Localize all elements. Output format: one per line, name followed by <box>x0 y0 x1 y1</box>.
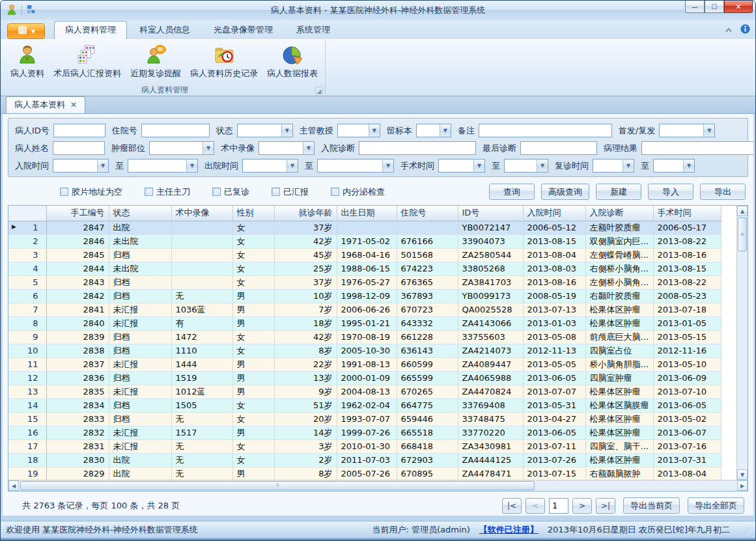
export-all-pages-button[interactable]: 导出全部页 <box>688 497 744 514</box>
table-row[interactable]: 92839归档1472女42岁1970-08-19661228337556032… <box>8 330 721 344</box>
column-header-5[interactable]: 就诊年龄 <box>274 206 337 221</box>
chevron-down-icon[interactable]: ▼ <box>287 160 298 172</box>
table-row[interactable]: 102838归档1110女8岁2005-10-30636143ZA4214073… <box>8 344 721 357</box>
table-row[interactable]: 62842归档无男10岁1998-12-09367893YB0099173200… <box>8 289 721 303</box>
search-input-1-3[interactable] <box>359 141 476 155</box>
checkbox-3[interactable]: 已复诊 <box>212 186 249 198</box>
maximize-button[interactable]: ☐ <box>705 1 724 13</box>
registration-status-link[interactable]: 【软件已注册】 <box>479 524 539 536</box>
application-menu-button[interactable]: ▼ <box>7 23 45 39</box>
chevron-down-icon[interactable]: ▼ <box>186 160 197 172</box>
first-page-button[interactable]: |< <box>502 498 522 514</box>
ribbon-button-2[interactable]: 术后病人汇报资料 <box>49 42 126 84</box>
search-combo-2-6[interactable]: ▼ <box>593 159 634 173</box>
table-row[interactable]: 142834归档1505女51岁1962-02-0466477533769408… <box>8 398 721 412</box>
row-number-cell[interactable]: 8 <box>8 316 46 330</box>
search-input-0-1[interactable] <box>141 124 210 137</box>
column-header-8[interactable]: ID号 <box>458 206 523 221</box>
last-page-button[interactable]: >| <box>596 498 615 514</box>
column-header-10[interactable]: 入院诊断 <box>585 206 653 221</box>
search-combo-0-6[interactable]: ▼ <box>659 124 715 137</box>
row-number-cell[interactable]: 17 <box>8 439 46 453</box>
column-header-7[interactable]: 住院号 <box>397 206 458 221</box>
export-button[interactable]: 导出 <box>700 184 746 200</box>
table-row[interactable]: 52843归档女37岁1976-05-27676365ZA38417032013… <box>8 275 721 289</box>
scroll-left-icon[interactable]: ◀ <box>8 480 19 491</box>
table-row[interactable]: ▶12847出院女37岁YB00721472006-05-12左额叶胶质瘤200… <box>8 221 721 234</box>
checkbox-icon[interactable] <box>272 187 280 196</box>
table-row[interactable]: 192829出院无男8岁2005-07-26670895ZA4478471201… <box>8 467 721 480</box>
search-combo-0-4[interactable]: ▼ <box>416 124 451 137</box>
search-combo-2-5[interactable]: ▼ <box>504 159 548 173</box>
search-combo-1-1[interactable]: ▼ <box>149 141 214 155</box>
page-number-input[interactable] <box>549 498 568 514</box>
table-row[interactable]: 82840未汇报有男18岁1995-01-21643332ZA414306620… <box>8 316 721 330</box>
column-header-3[interactable]: 术中录像 <box>171 206 232 221</box>
chevron-down-icon[interactable]: ▼ <box>683 160 694 172</box>
vertical-scroll-thumb[interactable]: ≡ <box>738 217 747 251</box>
checkbox-icon[interactable] <box>212 187 221 196</box>
ribbon-tab-1[interactable]: 病人资料管理 <box>54 21 127 39</box>
import-button[interactable]: 导入 <box>648 184 693 200</box>
row-number-cell[interactable]: 4 <box>8 262 46 275</box>
ribbon-button-1[interactable]: 病人资料 <box>6 42 49 84</box>
horizontal-scrollbar[interactable]: ◀ ⠿ ▶ <box>8 480 748 491</box>
scroll-right-icon[interactable]: ▶ <box>737 480 748 491</box>
search-input-0-0[interactable] <box>53 124 105 137</box>
row-number-cell[interactable]: 14 <box>8 398 46 412</box>
row-number-cell[interactable]: 15 <box>8 412 46 426</box>
row-number-cell[interactable]: 16 <box>8 426 46 439</box>
search-combo-2-2[interactable]: ▼ <box>242 159 298 173</box>
row-number-cell[interactable]: 2 <box>8 234 46 248</box>
tab-patient-basic-info[interactable]: 病人基本资料 ✕ <box>6 96 85 113</box>
horizontal-scroll-thumb[interactable]: ⠿ <box>20 481 535 490</box>
search-combo-2-7[interactable]: ▼ <box>653 159 695 173</box>
row-number-cell[interactable]: 11 <box>8 357 46 371</box>
search-input-0-5[interactable] <box>479 124 612 137</box>
dialog-launcher-icon[interactable]: ◢ <box>315 87 323 94</box>
table-row[interactable]: 152833归档无女20岁1993-07-0765944633748475201… <box>8 412 721 426</box>
table-row[interactable]: 132835未汇报1012蓝男9岁2004-08-13670265ZA44708… <box>8 385 721 398</box>
ribbon-tab-2[interactable]: 科室人员信息 <box>128 21 201 39</box>
chevron-down-icon[interactable]: ▼ <box>440 124 451 137</box>
prev-page-button[interactable]: < <box>525 498 545 514</box>
resize-grip[interactable]: ⋰ <box>744 526 751 533</box>
checkbox-icon[interactable] <box>145 187 153 196</box>
row-number-cell[interactable]: 3 <box>8 248 46 262</box>
row-number-cell[interactable]: 12 <box>8 371 46 385</box>
close-button[interactable]: ✕ <box>724 1 753 13</box>
search-input-1-0[interactable] <box>53 141 105 155</box>
row-number-cell[interactable]: 6 <box>8 289 46 303</box>
table-row[interactable]: 162832未汇报1517男14岁1999-07-266655183377022… <box>8 426 721 439</box>
search-combo-1-2[interactable]: ▼ <box>259 141 315 155</box>
table-row[interactable]: 112837未汇报1444男22岁1991-08-13660599ZA40894… <box>8 357 721 371</box>
chevron-down-icon[interactable]: ▼ <box>473 160 484 172</box>
scroll-down-icon[interactable]: ▼ <box>737 469 748 480</box>
checkbox-2[interactable]: 主任主刀 <box>145 186 190 198</box>
table-row[interactable]: 182830出院无女2岁2011-07-03672903ZA4444125201… <box>8 453 721 467</box>
chevron-down-icon[interactable]: ▼ <box>703 124 714 137</box>
chevron-down-icon[interactable]: ▼ <box>97 160 108 172</box>
row-number-cell[interactable]: 10 <box>8 344 46 357</box>
chevron-down-icon[interactable]: ▼ <box>623 160 634 172</box>
row-number-cell[interactable]: 18 <box>8 453 46 467</box>
info-icon[interactable] <box>740 24 750 36</box>
ribbon-button-5[interactable]: 病人数据报表 <box>262 42 322 84</box>
column-header-2[interactable]: 状态 <box>109 206 171 221</box>
new-button[interactable]: 新建 <box>596 184 641 200</box>
ribbon-button-3[interactable]: 近期复诊提醒 <box>126 42 186 84</box>
table-row[interactable]: 22846未出院女42岁1971-05-02676166339040732013… <box>8 234 721 248</box>
search-combo-2-3[interactable]: ▼ <box>317 159 394 173</box>
chevron-down-icon[interactable]: ▼ <box>203 142 214 154</box>
table-row[interactable]: 32845归档女45岁1968-04-16501568ZA25805442013… <box>8 248 721 262</box>
table-row[interactable]: 42844未出院女25岁1988-06-15674223338052682013… <box>8 262 721 275</box>
checkbox-icon[interactable] <box>60 187 68 196</box>
search-combo-2-1[interactable]: ▼ <box>128 159 198 173</box>
column-header-11[interactable]: 手术时间 <box>653 206 721 221</box>
chevron-down-icon[interactable]: ▼ <box>537 160 548 172</box>
column-header-1[interactable]: 手工编号 <box>46 206 109 221</box>
column-header-9[interactable]: 入院时间 <box>523 206 585 221</box>
row-number-cell[interactable]: 5 <box>8 275 46 289</box>
search-input-1-5[interactable] <box>641 141 755 155</box>
row-number-cell[interactable]: 7 <box>8 303 46 316</box>
